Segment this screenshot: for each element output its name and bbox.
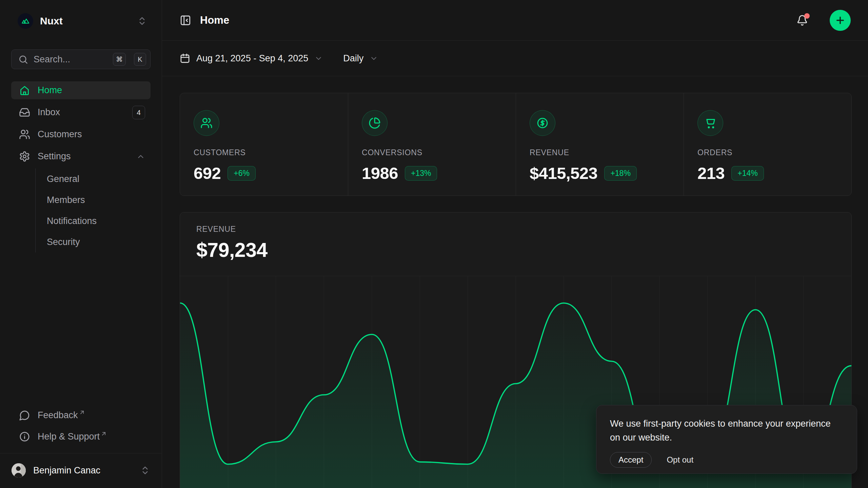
- stat-tile-revenue: REVENUE $415,523 +18%: [516, 93, 684, 196]
- granularity-select[interactable]: Daily: [343, 53, 378, 64]
- sidebar-item-label: Feedback: [38, 410, 78, 421]
- stat-delta-badge: +6%: [228, 166, 256, 181]
- stat-label: CUSTOMERS: [194, 148, 334, 157]
- stat-label: REVENUE: [530, 148, 670, 157]
- search-input[interactable]: [34, 54, 107, 65]
- panel-collapse-icon[interactable]: [180, 15, 191, 26]
- user-menu[interactable]: Benjamin Canac: [5, 458, 156, 483]
- sidebar-spacer: [0, 252, 162, 406]
- sidebar: Nuxt ⌘ K: [0, 0, 162, 488]
- revenue-chart-label: REVENUE: [196, 225, 835, 234]
- search-bar[interactable]: ⌘ K: [11, 49, 151, 69]
- pie-chart-icon: [362, 110, 388, 136]
- users-icon: [194, 110, 219, 136]
- inbox-count-badge: 4: [132, 106, 145, 119]
- cookie-message: We use first-party cookies to enhance yo…: [610, 417, 843, 445]
- team-switcher[interactable]: Nuxt: [11, 8, 151, 34]
- kbd-meta: ⌘: [113, 53, 126, 66]
- sidebar-item-home[interactable]: Home: [11, 81, 151, 99]
- kbd-k: K: [134, 53, 146, 66]
- sidebar-divider: [0, 453, 162, 453]
- external-link-icon: [79, 409, 85, 416]
- chevron-down-icon: [314, 54, 323, 63]
- granularity-label: Daily: [343, 53, 363, 64]
- chevrons-up-down-icon: [140, 465, 150, 475]
- search-icon: [18, 55, 28, 64]
- stat-label: ORDERS: [697, 148, 838, 157]
- message-bubble-icon: [19, 410, 30, 421]
- user-name: Benjamin Canac: [33, 465, 133, 476]
- sidebar-item-settings[interactable]: Settings: [11, 147, 151, 165]
- settings-subnav: General Members Notifications Security: [35, 168, 151, 252]
- sidebar-item-label: Help & Support: [38, 431, 100, 442]
- home-icon: [19, 85, 30, 96]
- nuxt-logo-icon: [18, 13, 33, 29]
- sidebar-item-label: Settings: [38, 151, 129, 162]
- stat-tile-customers: CUSTOMERS 692 +6%: [180, 93, 348, 196]
- stat-tile-orders: ORDERS 213 +14%: [684, 93, 851, 196]
- stat-delta-badge: +14%: [731, 166, 764, 181]
- chevrons-up-down-icon: [137, 16, 147, 26]
- dashboard-screen: Nuxt ⌘ K: [0, 0, 868, 488]
- stat-value: 1986: [362, 164, 398, 183]
- filters-toolbar: Aug 21, 2025 - Sep 4, 2025 Daily: [162, 41, 868, 76]
- chevron-down-icon: [370, 54, 378, 63]
- sidebar-item-security[interactable]: Security: [36, 231, 151, 252]
- info-circle-icon: [19, 431, 30, 442]
- sidebar-item-label: Home: [38, 85, 145, 96]
- circle-dollar-icon: [530, 110, 555, 136]
- users-icon: [19, 129, 30, 140]
- stat-delta-badge: +13%: [405, 166, 437, 181]
- sidebar-item-members[interactable]: Members: [36, 189, 151, 210]
- stat-label: CONVERSIONS: [362, 148, 502, 157]
- sidebar-item-customers[interactable]: Customers: [11, 125, 151, 143]
- sidebar-item-label: Inbox: [38, 107, 125, 118]
- external-link-icon: [100, 430, 107, 437]
- chevron-up-icon: [136, 152, 145, 161]
- gear-icon: [19, 151, 30, 162]
- avatar: [12, 463, 26, 477]
- stats-card: CUSTOMERS 692 +6% CONVERSIONS: [180, 93, 852, 196]
- stat-delta-badge: +18%: [604, 166, 636, 181]
- inbox-icon: [19, 107, 30, 118]
- sidebar-footer: Feedback Help & Support: [0, 406, 162, 453]
- date-range-picker[interactable]: Aug 21, 2025 - Sep 4, 2025: [180, 53, 323, 64]
- revenue-chart-value: $79,234: [196, 239, 835, 262]
- stat-value: 213: [697, 164, 725, 183]
- date-range-label: Aug 21, 2025 - Sep 4, 2025: [196, 53, 308, 64]
- sidebar-item-help-support[interactable]: Help & Support: [11, 428, 151, 446]
- stat-value: 692: [194, 164, 221, 183]
- optout-cookies-button[interactable]: Opt out: [667, 455, 693, 465]
- add-button[interactable]: [830, 10, 851, 31]
- stat-value: $415,523: [530, 164, 597, 183]
- shopping-cart-icon: [697, 110, 723, 136]
- cookie-banner: We use first-party cookies to enhance yo…: [596, 405, 857, 474]
- sidebar-item-notifications[interactable]: Notifications: [36, 210, 151, 231]
- page-header: Home: [162, 0, 868, 41]
- sidebar-item-label: Customers: [38, 129, 145, 140]
- sidebar-item-feedback[interactable]: Feedback: [11, 406, 151, 424]
- calendar-icon: [180, 53, 190, 64]
- accept-cookies-button[interactable]: Accept: [610, 452, 652, 468]
- plus-icon: [835, 15, 846, 26]
- page-title: Home: [200, 14, 788, 26]
- sidebar-item-inbox[interactable]: Inbox 4: [11, 103, 151, 121]
- sidebar-nav: Home Inbox 4: [11, 81, 151, 165]
- notification-dot: [804, 13, 810, 19]
- brand-name: Nuxt: [40, 15, 130, 27]
- sidebar-item-general[interactable]: General: [36, 168, 151, 189]
- notifications-button[interactable]: [796, 15, 808, 26]
- stat-tile-conversions: CONVERSIONS 1986 +13%: [348, 93, 516, 196]
